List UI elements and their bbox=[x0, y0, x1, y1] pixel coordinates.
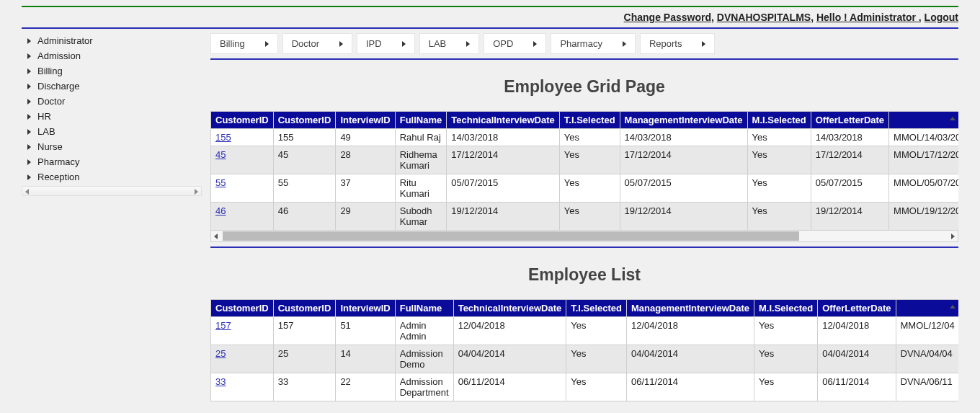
sidebar-item-hr[interactable]: HR bbox=[22, 109, 202, 124]
menu-label: OPD bbox=[493, 38, 513, 49]
col-header: CustomerID bbox=[273, 300, 336, 317]
cell: Yes bbox=[559, 203, 620, 231]
site-name-link[interactable]: DVNAHOSPITALMS, bbox=[717, 12, 814, 23]
cell: 17/12/2014 bbox=[811, 146, 888, 174]
cell: 33 bbox=[273, 373, 336, 401]
chevron-right-icon[interactable] bbox=[195, 189, 198, 195]
sidebar-item-reception[interactable]: Reception bbox=[22, 169, 202, 185]
sidebar-item-pharmacy[interactable]: Pharmacy bbox=[22, 154, 202, 169]
chevron-left-icon[interactable] bbox=[25, 189, 29, 195]
cell: Yes bbox=[747, 129, 811, 146]
cell: 05/07/2015 bbox=[447, 174, 560, 203]
sidebar-item-doctor[interactable]: Doctor bbox=[22, 94, 202, 109]
cell: 04/04/2014 bbox=[818, 345, 896, 373]
employee-list-table: CustomerIDCustomerIDInterviewIDFullNameT… bbox=[210, 299, 958, 401]
cell: 19/12/2014 bbox=[811, 203, 888, 231]
col-header: TechnicalInterviewDate bbox=[447, 112, 560, 129]
sidebar-item-admission[interactable]: Admission bbox=[22, 48, 202, 63]
table-row: 555537Ritu Kumari05/07/2015Yes05/07/2015… bbox=[211, 174, 959, 203]
scroll-up-icon[interactable] bbox=[948, 301, 957, 312]
menu-doctor[interactable]: Doctor bbox=[282, 33, 352, 54]
cell: Yes bbox=[566, 345, 627, 373]
customer-link[interactable]: 157 bbox=[215, 320, 231, 331]
table-row: 15515549Rahul Raj14/03/2018Yes14/03/2018… bbox=[211, 129, 959, 146]
cell: Yes bbox=[754, 345, 818, 373]
cell: 46 bbox=[273, 203, 336, 231]
cell: 55 bbox=[273, 174, 336, 203]
menu-reports[interactable]: Reports bbox=[640, 33, 716, 54]
col-header: T.I.Selected bbox=[566, 300, 627, 317]
cell: Yes bbox=[566, 373, 627, 401]
cell: 19/12/2014 bbox=[620, 203, 747, 231]
cell: MMOL/05/07/20 bbox=[889, 174, 958, 203]
menu-billing[interactable]: Billing bbox=[210, 33, 278, 54]
menu-lab[interactable]: LAB bbox=[419, 33, 480, 54]
cell: Rahul Raj bbox=[395, 129, 447, 146]
table-row: 15715751Admin Admin12/04/2018Yes12/04/20… bbox=[211, 317, 959, 345]
col-header: M.I.Selected bbox=[754, 300, 818, 317]
chevron-left-icon[interactable] bbox=[214, 234, 218, 239]
cell: Yes bbox=[747, 146, 811, 174]
sidebar-item-administrator[interactable]: Administrator bbox=[22, 33, 202, 48]
cell: 25 bbox=[211, 345, 274, 373]
scrollbar-thumb[interactable] bbox=[223, 231, 799, 241]
customer-link[interactable]: 45 bbox=[215, 149, 226, 160]
cell: Yes bbox=[747, 203, 811, 231]
cell: 06/11/2014 bbox=[453, 373, 566, 401]
page-title-employee-grid: Employee Grid Page bbox=[210, 77, 958, 97]
change-password-link[interactable]: Change Password, bbox=[624, 12, 714, 23]
menu-ipd[interactable]: IPD bbox=[357, 33, 415, 54]
blue-rule-menubar bbox=[210, 58, 958, 60]
col-header: CustomerID bbox=[273, 112, 336, 129]
cell: Ridhema Kumari bbox=[395, 146, 447, 174]
sidebar: AdministratorAdmissionBillingDischargeDo… bbox=[22, 33, 202, 196]
cell: Ritu Kumari bbox=[395, 174, 447, 203]
employee-grid-table: CustomerIDCustomerIDInterviewIDFullNameT… bbox=[210, 111, 958, 231]
chevron-right-icon bbox=[466, 41, 470, 47]
cell: 25 bbox=[273, 345, 336, 373]
customer-link[interactable]: 33 bbox=[215, 376, 226, 387]
cell: 14/03/2018 bbox=[620, 129, 747, 146]
sidebar-item-lab[interactable]: LAB bbox=[22, 124, 202, 139]
cell: 157 bbox=[211, 317, 274, 345]
cell: 19/12/2014 bbox=[447, 203, 560, 231]
customer-link[interactable]: 55 bbox=[215, 177, 226, 188]
cell: 51 bbox=[336, 317, 395, 345]
cell: MMOL/19/12/20 bbox=[889, 203, 958, 231]
top-green-rule bbox=[22, 6, 958, 7]
cell: 22 bbox=[336, 373, 395, 401]
menu-pharmacy[interactable]: Pharmacy bbox=[551, 33, 636, 54]
employee-list-table-wrap: CustomerIDCustomerIDInterviewIDFullNameT… bbox=[210, 299, 958, 401]
cell: Subodh Kumar bbox=[395, 203, 447, 231]
chevron-right-icon bbox=[339, 41, 343, 47]
cell: 14 bbox=[336, 345, 395, 373]
horizontal-scrollbar[interactable] bbox=[210, 231, 958, 242]
menu-opd[interactable]: OPD bbox=[484, 33, 546, 54]
chevron-right-icon[interactable] bbox=[951, 234, 955, 239]
sidebar-item-billing[interactable]: Billing bbox=[22, 63, 202, 79]
col-header: CustomerID bbox=[211, 112, 274, 129]
cell: Admission Demo bbox=[395, 345, 453, 373]
cell: 55 bbox=[211, 174, 274, 203]
sidebar-item-nurse[interactable]: Nurse bbox=[22, 139, 202, 154]
menu-label: LAB bbox=[429, 38, 447, 49]
menu-label: Billing bbox=[220, 38, 245, 49]
sidebar-item-discharge[interactable]: Discharge bbox=[22, 79, 202, 94]
cell: Yes bbox=[559, 129, 620, 146]
cell: 12/04/2018 bbox=[627, 317, 754, 345]
greeting-link[interactable]: Hello ! Administrator , bbox=[816, 12, 922, 23]
cell: 05/07/2015 bbox=[811, 174, 888, 203]
cell: 157 bbox=[273, 317, 336, 345]
cell: 06/11/2014 bbox=[627, 373, 754, 401]
logout-link[interactable]: Logout bbox=[925, 12, 958, 23]
customer-link[interactable]: 46 bbox=[215, 205, 226, 216]
cell: Admission Department bbox=[395, 373, 453, 401]
table-row: 464629Subodh Kumar19/12/2014Yes19/12/201… bbox=[211, 203, 959, 231]
chevron-right-icon bbox=[702, 41, 705, 47]
col-header: TechnicalInterviewDate bbox=[453, 300, 566, 317]
customer-link[interactable]: 25 bbox=[215, 348, 226, 359]
customer-link[interactable]: 155 bbox=[215, 132, 231, 143]
cell: Yes bbox=[566, 317, 627, 345]
cell: Yes bbox=[754, 373, 818, 401]
scroll-up-icon[interactable] bbox=[948, 112, 957, 124]
